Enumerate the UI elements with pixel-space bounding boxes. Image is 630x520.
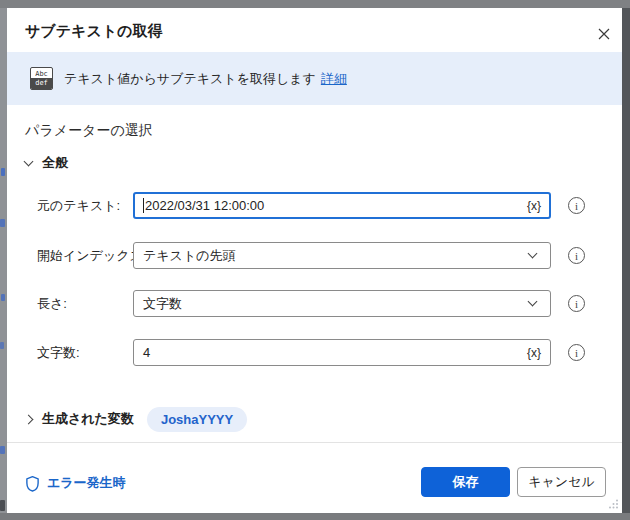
start-index-dropdown[interactable]: テキストの先頭 [133,242,551,269]
close-button[interactable] [591,21,617,47]
char-count-row: 文字数: 4 {x} i [7,339,622,366]
background-artifact [0,219,5,227]
produced-variable-chip[interactable]: JoshaYYYY [147,407,247,432]
subtext-action-icon: Abc def [30,67,53,90]
start-index-label: 開始インデックス: [37,242,146,269]
details-link[interactable]: 詳細 [321,70,347,88]
save-button[interactable]: 保存 [421,467,510,497]
action-dialog: サブテキストの取得 Abc def テキスト値からサブテキストを取得します 詳細… [7,8,622,513]
on-error-button[interactable]: エラー発生時 [25,471,126,495]
source-text-input[interactable]: 2022/03/31 12:00:00 {x} [133,192,551,219]
variable-picker-button[interactable]: {x} [521,346,541,360]
resize-grip[interactable] [608,499,619,510]
cancel-button[interactable]: キャンセル [517,467,606,497]
parameters-heading: パラメーターの選択 [25,122,153,140]
background-artifact [0,500,5,511]
dialog-title: サブテキストの取得 [25,22,162,41]
background-artifact [1,294,5,301]
text-cursor [143,198,144,213]
info-icon[interactable]: i [568,295,585,312]
chevron-right-icon[interactable] [24,414,34,424]
char-count-label: 文字数: [37,339,80,366]
start-index-row: 開始インデックス: テキストの先頭 i [7,242,622,269]
general-group-label: 全般 [42,154,68,172]
produced-variables-row: 生成された変数 JoshaYYYY [25,406,247,432]
length-dropdown[interactable]: 文字数 [133,290,551,317]
chevron-down-icon [528,297,538,307]
source-text-row: 元のテキスト: 2022/03/31 12:00:00 {x} i [7,192,622,219]
info-icon[interactable]: i [568,344,585,361]
produced-variables-label: 生成された変数 [42,410,134,428]
background-artifact [1,168,5,176]
background-artifact [0,446,5,454]
description-banner: Abc def テキスト値からサブテキストを取得します 詳細 [7,52,622,105]
shield-icon [25,475,40,492]
info-icon[interactable]: i [568,197,585,214]
screen: サブテキストの取得 Abc def テキスト値からサブテキストを取得します 詳細… [0,0,630,520]
action-description: テキスト値からサブテキストを取得します [64,70,316,88]
char-count-input[interactable]: 4 {x} [133,339,551,366]
chevron-down-icon [24,157,34,167]
length-label: 長さ: [37,290,67,317]
source-text-label: 元のテキスト: [37,192,120,219]
background-overlay-left [0,8,7,513]
background-overlay-right [622,8,630,513]
chevron-down-icon [528,249,538,259]
background-artifact [0,342,4,349]
info-icon[interactable]: i [568,247,585,264]
variable-picker-button[interactable]: {x} [521,199,541,213]
footer-divider [7,442,622,443]
background-overlay-top [0,0,630,8]
general-group-toggle[interactable]: 全般 [25,154,68,172]
background-overlay-bottom [0,513,630,520]
length-row: 長さ: 文字数 i [7,290,622,317]
close-icon [598,28,610,40]
